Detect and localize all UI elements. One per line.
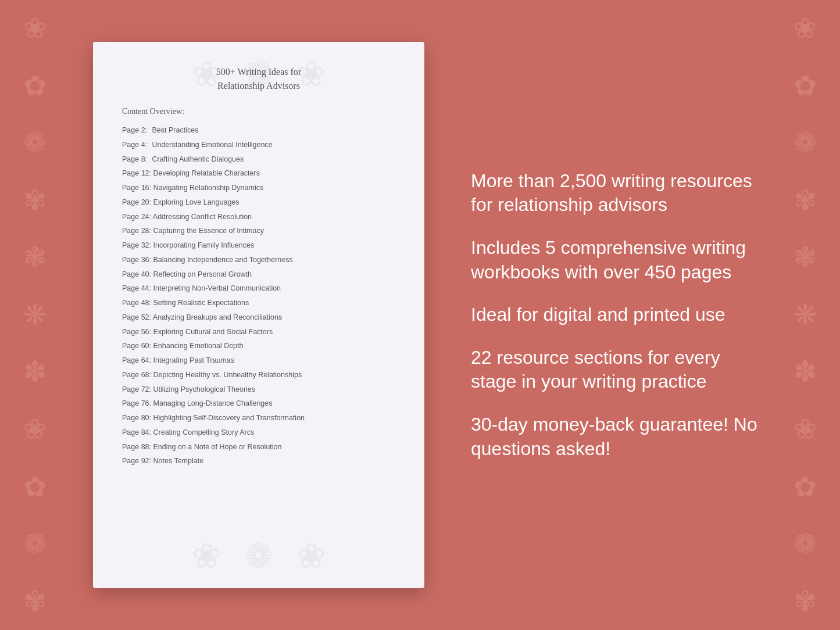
toc-item: Page 52: Analyzing Breakups and Reconcil… bbox=[122, 310, 395, 325]
toc-item: Page 20: Exploring Love Languages bbox=[122, 195, 395, 210]
toc-item: Page 8: Crafting Authentic Dialogues bbox=[122, 152, 395, 167]
toc-item: Page 80: Highlighting Self-Discovery and… bbox=[122, 411, 395, 425]
watermark-bottom: ❀ ❁ ❀ bbox=[93, 535, 424, 577]
info-point-5: 30-day money-back guarantee! No question… bbox=[471, 413, 759, 461]
toc-item: Page 2: Best Practices bbox=[122, 123, 395, 138]
toc-item: Page 12: Developing Relatable Characters bbox=[122, 166, 395, 181]
document-title: 500+ Writing Ideas for Relationship Advi… bbox=[122, 65, 395, 93]
toc-item: Page 48: Setting Realistic Expectations bbox=[122, 296, 395, 310]
toc-item: Page 76: Managing Long-Distance Challeng… bbox=[122, 396, 395, 411]
content-overview-label: Content Overview: bbox=[122, 107, 395, 116]
info-point-4: 22 resource sections for every stage in … bbox=[471, 346, 759, 394]
document-panel: ❀ ❁ ❀ 500+ Writing Ideas for Relationshi… bbox=[93, 42, 424, 588]
toc-item: Page 88: Ending on a Note of Hope or Res… bbox=[122, 440, 395, 454]
info-panel: More than 2,500 writing resources for re… bbox=[459, 169, 759, 461]
toc-item: Page 44: Interpreting Non-Verbal Communi… bbox=[122, 281, 395, 296]
toc-item: Page 4: Understanding Emotional Intellig… bbox=[122, 138, 395, 152]
toc-item: Page 40: Reflecting on Personal Growth bbox=[122, 267, 395, 282]
toc-item: Page 60: Enhancing Emotional Depth bbox=[122, 339, 395, 353]
toc-item: Page 72: Utilizing Psychological Theorie… bbox=[122, 382, 395, 397]
toc-item: Page 36: Balancing Independence and Toge… bbox=[122, 253, 395, 267]
toc-item: Page 68: Depicting Healthy vs. Unhealthy… bbox=[122, 368, 395, 382]
toc-item: Page 28: Capturing the Essence of Intima… bbox=[122, 224, 395, 238]
info-point-2: Includes 5 comprehensive writing workboo… bbox=[471, 236, 759, 284]
toc-item: Page 64: Integrating Past Traumas bbox=[122, 353, 395, 368]
info-point-3: Ideal for digital and printed use bbox=[471, 303, 759, 327]
table-of-contents: Page 2: Best PracticesPage 4: Understand… bbox=[122, 123, 395, 468]
toc-item: Page 92: Notes Template bbox=[122, 454, 395, 468]
toc-item: Page 56: Exploring Cultural and Social F… bbox=[122, 325, 395, 339]
toc-item: Page 32: Incorporating Family Influences bbox=[122, 238, 395, 253]
toc-item: Page 24: Addressing Conflict Resolution bbox=[122, 210, 395, 224]
info-point-1: More than 2,500 writing resources for re… bbox=[471, 169, 759, 217]
toc-item: Page 84: Creating Compelling Story Arcs bbox=[122, 425, 395, 440]
toc-item: Page 16: Navigating Relationship Dynamic… bbox=[122, 181, 395, 195]
main-content: ❀ ❁ ❀ 500+ Writing Ideas for Relationshi… bbox=[0, 0, 840, 630]
